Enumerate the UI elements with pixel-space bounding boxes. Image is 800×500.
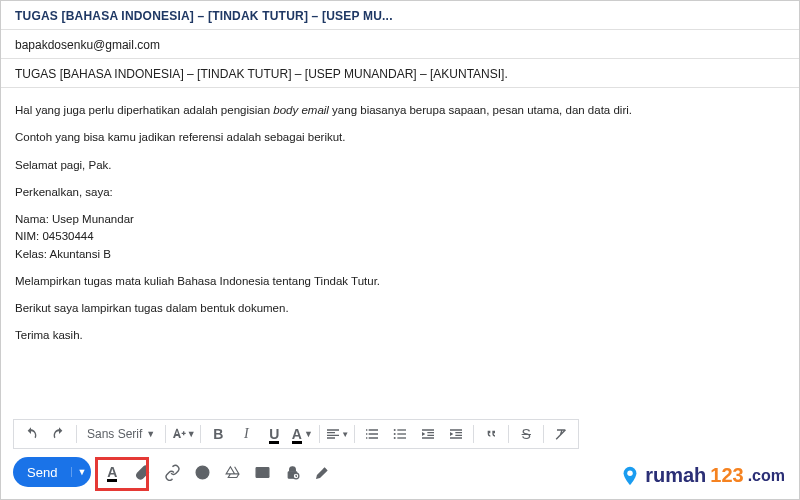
redo-button[interactable] [46,421,72,447]
text-color-glyph: A [107,464,117,480]
toolbar-separator [165,425,166,443]
insert-link-icon[interactable] [163,463,181,481]
confidential-mode-icon[interactable] [283,463,301,481]
toolbar-separator [76,425,77,443]
body-text: yang biasanya berupa sapaan, pesan utama… [329,104,632,116]
svg-point-0 [394,429,396,431]
undo-button[interactable] [18,421,44,447]
watermark-logo: rumah123.com [619,464,785,487]
body-line: NIM: 04530444 [15,228,785,245]
body-italic: body email [273,104,329,116]
svg-point-9 [627,470,633,476]
attach-file-icon[interactable] [133,463,151,481]
toolbar-separator [543,425,544,443]
indent-more-button[interactable] [443,421,469,447]
svg-point-1 [394,433,396,435]
svg-point-2 [394,437,396,439]
formatting-toolbar: Sans Serif▼ ▼ B I U A▼ ▼ S [13,419,579,449]
align-button[interactable]: ▼ [324,421,350,447]
recipient-field[interactable]: bapakdosenku@gmail.com [1,30,799,59]
bulleted-list-button[interactable] [387,421,413,447]
text-color-glyph: A [292,426,302,442]
body-paragraph: Melampirkan tugas mata kuliah Bahasa Ind… [15,273,785,290]
underline-button[interactable]: U [261,421,287,447]
body-paragraph: Contoh yang bisa kamu jadikan referensi … [15,129,785,146]
send-label: Send [13,465,71,480]
quote-button[interactable] [478,421,504,447]
watermark-domain: .com [748,467,785,485]
recipient-value: bapakdosenku@gmail.com [15,38,160,52]
italic-button[interactable]: I [233,421,259,447]
toolbar-separator [508,425,509,443]
svg-point-3 [196,466,209,479]
toolbar-separator [354,425,355,443]
body-line: Nama: Usep Munandar [15,211,785,228]
caret-down-icon: ▼ [304,429,313,439]
body-paragraph: Perkenalkan, saya: [15,184,785,201]
font-size-button[interactable]: ▼ [170,421,196,447]
strikethrough-button[interactable]: S [513,421,539,447]
svg-point-5 [204,470,205,471]
toolbar-separator [473,425,474,443]
subject-field[interactable]: TUGAS [BAHASA INDONESIA] – [TINDAK TUTUR… [1,59,799,88]
send-button[interactable]: Send ▼ [13,457,91,487]
underline-glyph: U [269,426,279,442]
email-body[interactable]: Hal yang juga perlu diperhatikan adalah … [1,88,799,369]
watermark-number: 123 [710,464,743,487]
watermark-brand: rumah [645,464,706,487]
insert-signature-icon[interactable] [313,463,331,481]
body-paragraph: Terima kasih. [15,327,785,344]
insert-drive-icon[interactable] [223,463,241,481]
text-formatting-icon[interactable]: A [103,463,121,481]
body-paragraph: Hal yang juga perlu diperhatikan adalah … [15,102,785,119]
indent-less-button[interactable] [415,421,441,447]
caret-down-icon: ▼ [187,429,196,439]
send-options-button[interactable]: ▼ [71,467,91,477]
body-line: Kelas: Akuntansi B [15,246,785,263]
pin-icon [619,465,641,487]
insert-photo-icon[interactable] [253,463,271,481]
numbered-list-button[interactable] [359,421,385,447]
body-text: Hal yang juga perlu diperhatikan adalah … [15,104,273,116]
caret-down-icon: ▼ [146,429,155,439]
insert-emoji-icon[interactable] [193,463,211,481]
footer-icon-row: A [99,463,331,481]
font-label: Sans Serif [87,427,142,441]
svg-point-4 [200,470,201,471]
subject-value: TUGAS [BAHASA INDONESIA] – [TINDAK TUTUR… [15,67,508,81]
caret-down-icon: ▼ [341,430,349,439]
compose-footer: Send ▼ A [13,457,331,487]
compose-header: TUGAS [BAHASA INDONESIA] – [TINDAK TUTUR… [1,1,799,30]
bold-button[interactable]: B [205,421,231,447]
body-paragraph: Selamat pagi, Pak. [15,157,785,174]
toolbar-separator [200,425,201,443]
remove-formatting-button[interactable] [548,421,574,447]
compose-title: TUGAS [BAHASA INDONESIA] – [TINDAK TUTUR… [15,9,785,23]
body-paragraph: Berikut saya lampirkan tugas dalam bentu… [15,300,785,317]
toolbar-separator [319,425,320,443]
font-family-selector[interactable]: Sans Serif▼ [81,421,161,447]
text-color-button[interactable]: A▼ [289,421,315,447]
